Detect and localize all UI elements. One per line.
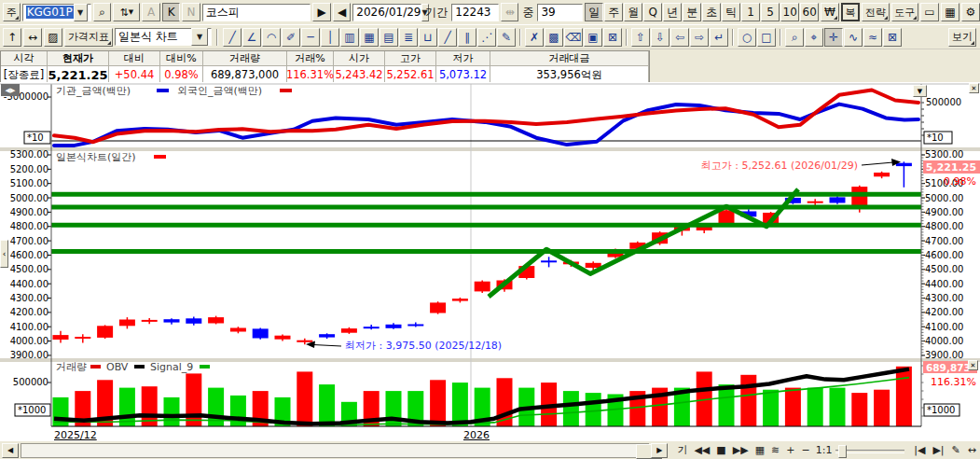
chart-clear-icon[interactable]: ⊠ [883,28,902,47]
chart-type-select[interactable]: 일본식 차트 ▼ [115,28,212,46]
open-folder-icon[interactable]: ▭ [920,3,939,21]
chart-note-icon[interactable]: ▨ [44,28,62,47]
memo-icon[interactable]: ✎ [950,442,962,459]
dense-grid-icon[interactable]: ▦ [360,28,379,47]
scroll-right-icon[interactable]: ▶ [651,443,668,458]
timeframe-월-button[interactable]: 월 [624,3,642,21]
period-input[interactable]: 12243 [451,4,499,21]
replay-chart-icon[interactable]: ▦ [753,442,766,459]
stop-icon[interactable]: ■ [714,442,727,459]
tools-button[interactable]: 도구 [891,3,918,21]
timeframe-년-button[interactable]: 년 [663,3,682,21]
chart-text: 5100.00 [10,178,48,188]
arc-fan-icon[interactable]: ◠ [262,28,281,47]
pane-fit-icon[interactable]: ↔ [23,28,42,47]
volume-bar [830,388,846,426]
multi-parallel-icon[interactable]: ⋰ [477,28,496,47]
rect-tool-icon[interactable]: □ [757,28,776,47]
exit-icon[interactable]: ↵ [710,28,728,47]
zoom-in-icon[interactable]: + [784,442,796,459]
won-unit-button[interactable]: ₩ [821,3,838,21]
trendline-icon[interactable]: ╱ [223,28,242,47]
fast-forward-icon[interactable]: ▶▶ [731,442,751,459]
pane-up-icon[interactable]: ↑ [3,28,21,47]
timeframe-60-button[interactable]: 60 [800,3,819,21]
shift-right-icon[interactable]: ⇨ [690,28,709,47]
settings-wrench-icon[interactable]: ⚙ [961,3,980,21]
bracket-icon[interactable]: ⊔ [419,28,437,47]
chart-text: 116.31% [931,376,976,388]
channel-icon[interactable]: ≣ [399,28,418,47]
chart-type-dropdown-icon[interactable]: ▼ [191,28,208,46]
symbol-name-input[interactable]: 코스피 [202,4,311,21]
save-icon[interactable]: ▦ [941,3,959,21]
shift-up-icon[interactable]: ⇧ [631,28,650,47]
search-icon[interactable]: ⌕ [93,3,111,21]
volume-close-icon[interactable]: ✕ [968,360,978,370]
zoom-data-icon[interactable]: ⌖ [805,28,823,47]
timeframe-주-button[interactable]: 주 [604,3,623,21]
strategy-button[interactable]: 전략 [862,3,889,21]
pencil-icon[interactable]: ✎ [497,28,516,47]
pane-close-icon[interactable]: ✕ [969,83,979,93]
chart-scrollbar[interactable] [21,443,649,458]
resize-icon[interactable]: ⇹ [501,3,518,21]
circle-tool-icon[interactable]: ○ [738,28,756,47]
view-button[interactable]: 보기 [948,28,976,47]
horizontal-line-icon[interactable]: ─ [301,28,320,47]
ray-line-icon[interactable]: ╱ [438,28,457,47]
zoom-slider[interactable] [835,444,904,457]
pane-collapse-handle[interactable]: ‹ [0,240,8,268]
rewind-icon[interactable]: ◀◀ [692,442,711,459]
horizontal-grid-icon[interactable]: ▤ [380,28,398,47]
prev-day-button[interactable]: ◀ [333,3,351,21]
rotate-button[interactable]: 기 [675,442,689,459]
symbol-code-input[interactable]: KGG01P ▼ [22,4,91,21]
date-select[interactable]: 2026/01/29 ▼ [352,4,421,21]
timeframe-초-button[interactable]: 초 [702,3,721,21]
pane-dropdown-icon[interactable]: ▼ [913,85,927,97]
shift-left-icon[interactable]: ⇦ [670,28,689,47]
wave-compare-icon[interactable]: ∿ [844,28,863,47]
timeframe-5-button[interactable]: 5 [761,3,780,21]
copy-chart-button[interactable]: 복 [841,3,861,21]
pen-draw-icon[interactable]: ✐ [282,28,300,47]
fit-width-icon[interactable]: ↔ [966,442,978,459]
parallel-lines-icon[interactable]: ∥ [458,28,476,47]
timeframe-Q-button[interactable]: Q [643,3,662,21]
shift-down-icon[interactable]: ⇩ [651,28,669,47]
vertical-grid-icon[interactable]: ▥ [340,28,359,47]
segment-a-button[interactable]: A [142,3,159,21]
tool-x-icon[interactable]: ✗ [525,28,544,47]
segment-k-button[interactable]: K [162,3,180,21]
clear-draw-icon[interactable]: ⊠ [603,28,622,47]
price-indicator-button[interactable]: 가격지표 [64,28,113,47]
go-first-icon[interactable]: |◀ [912,442,927,459]
zoom-out-icon[interactable]: − [799,442,811,459]
auto-zigzag-icon[interactable]: ≋ [769,442,781,459]
timeframe-틱-button[interactable]: 틱 [722,3,740,21]
stock-type-button[interactable]: 주 [3,3,21,21]
sort-list-icon[interactable]: ⇅▼ [113,3,140,21]
go-last-icon[interactable]: ▶| [931,442,945,459]
zoom-area-icon[interactable]: ⌕ [785,28,804,47]
scroll-left-icon[interactable]: ◀ [2,443,19,458]
wave-overlay-icon[interactable]: ≈ [863,28,882,47]
zoom-fit-icon[interactable]: ✛ [824,28,843,47]
timeframe-1-button[interactable]: 1 [741,3,760,21]
eraser-icon[interactable]: ⌫ [564,28,583,47]
code-dropdown-icon[interactable]: ▼ [74,4,88,21]
next-day-button[interactable]: ▶ [312,3,330,21]
palette-icon[interactable]: ▩ [545,28,563,47]
timeframe-분-button[interactable]: 분 [683,3,701,21]
timeframe-일-button[interactable]: 일 [585,3,603,21]
pane-nav-button[interactable]: ◀▶ [1,84,20,96]
zoom-slider-thumb[interactable] [838,445,847,458]
segment-n-button[interactable]: N [182,3,200,21]
edit-region-icon[interactable]: ▣ [584,28,602,47]
angle-line-icon[interactable]: ∠ [242,28,261,47]
chart-text: 4600.00 [10,250,48,260]
timeframe-10-button[interactable]: 10 [780,3,799,21]
count-input[interactable]: 39 [537,4,583,21]
vertical-line-icon[interactable]: │ [321,28,339,47]
